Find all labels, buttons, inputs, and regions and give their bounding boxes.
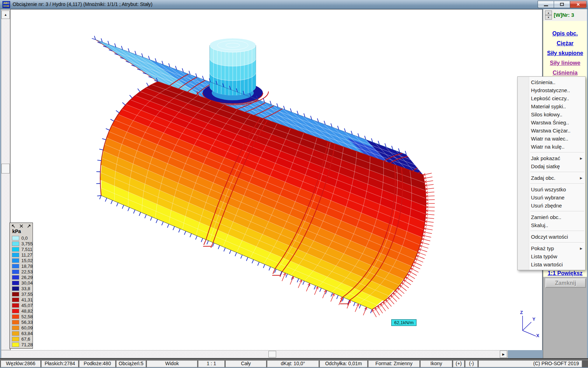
legend-close-icon[interactable] — [19, 224, 23, 228]
drawing-canvas[interactable] — [10, 9, 542, 350]
legend-value: 71,28 — [21, 342, 33, 347]
menu-item-zamień-obc[interactable]: Zamień obc.. — [518, 213, 585, 221]
legend-value: 56,33 — [21, 320, 33, 325]
menu-item-lepkość-cieczy[interactable]: Lepkość cieczy.. — [518, 94, 585, 102]
menu-item-lista-wartości[interactable]: Lista wartości — [518, 260, 585, 268]
pressure-value-label: 62,1kN/m — [391, 319, 416, 326]
menu-item-label: Wiatr na walec.. — [531, 136, 568, 142]
app-icon: ABC DANE — [2, 1, 10, 8]
legend-row: 56,33 — [10, 319, 33, 325]
menu-item-jak-pokazać[interactable]: Jak pokazać▶ — [518, 154, 585, 162]
close-panel-button[interactable]: Zamknij — [545, 278, 586, 288]
sidebar-link-opis-obc[interactable]: Opis obc. — [543, 29, 587, 39]
horizontal-scrollbar[interactable] — [1, 350, 508, 358]
menu-item-warstwa-śnieg[interactable]: Warstwa Śnieg.. — [518, 118, 585, 127]
legend-row: 48,82 — [10, 308, 33, 314]
menu-item-ciśnienia[interactable]: Ciśnienia.. — [518, 78, 585, 86]
sidebar-link-ciężar[interactable]: Ciężar — [543, 39, 587, 49]
status-cell-odchyłka-0-01m[interactable]: Odchyłka: 0,01m — [320, 360, 368, 367]
legend-swatch — [12, 326, 19, 330]
status-cell-format-zmienny[interactable]: Format: Zmienny — [368, 360, 420, 367]
legend-swatch — [12, 286, 19, 291]
menu-item-label: Lepkość cieczy.. — [531, 95, 569, 101]
legend-row: 45,07 — [10, 302, 33, 308]
legend-swatch — [12, 281, 19, 285]
legend-value: 63,84 — [21, 331, 33, 336]
status-cell-widok[interactable]: Widok — [147, 360, 197, 367]
legend-resize-icon[interactable] — [27, 224, 31, 228]
legend-swatch — [12, 314, 19, 319]
status-cell-dkąt-10-0[interactable]: dKąt: 10,0° — [267, 360, 319, 367]
application-window: { "window": { "title": "Obciążenie nr: 3… — [0, 0, 588, 368]
menu-item-dodaj-siatkę[interactable]: Dodaj siatkę — [518, 162, 585, 170]
spinner-up-button[interactable]: ▲ — [545, 11, 552, 15]
zoom-link[interactable]: 1:1 Powiększ — [543, 270, 587, 277]
menu-separator — [530, 183, 584, 184]
menu-separator — [530, 172, 584, 172]
menu-separator — [530, 242, 584, 243]
status-cell-[interactable]: (+) — [453, 360, 464, 367]
menu-item-wiatr-na-walec[interactable]: Wiatr na walec.. — [518, 135, 585, 143]
menu-item-skaluj[interactable]: Skaluj.. — [518, 221, 585, 229]
menu-item-label: Zamień obc.. — [531, 214, 561, 220]
menu-item-wiatr-na-kulę[interactable]: Wiatr na kulę.. — [518, 143, 585, 151]
submenu-arrow-icon: ▶ — [580, 155, 582, 163]
legend-row: 15,02 — [10, 258, 33, 263]
legend-swatch — [12, 309, 19, 313]
menu-item-usuń-wybrane[interactable]: Usuń wybrane — [518, 193, 585, 202]
status-cell-cały[interactable]: Cały — [225, 360, 266, 367]
menu-item-hydrostatyczne[interactable]: Hydrostatyczne.. — [518, 86, 585, 94]
menu-item-label: Warstwa Ciężar.. — [531, 128, 570, 134]
arrow-up-icon: ▲ — [4, 13, 7, 16]
maximize-icon — [560, 3, 564, 6]
menu-item-zadaj-obc[interactable]: Zadaj obc.▶ — [518, 174, 585, 182]
menu-item-materiał-sypki[interactable]: Materiał sypki.. — [518, 102, 585, 110]
legend-swatch — [12, 331, 19, 336]
menu-item-silos-kołowy[interactable]: Silos kołowy.. — [518, 110, 585, 118]
legend-value: 45,07 — [21, 303, 33, 308]
close-button[interactable]: ✕ — [570, 1, 587, 8]
axis-x-label: X — [536, 333, 539, 338]
status-cell-[interactable]: (-) — [465, 360, 478, 367]
legend-swatch — [12, 253, 19, 257]
menu-item-lista-typów[interactable]: Lista typów — [518, 252, 585, 260]
sidebar-link-siły-liniowe[interactable]: Siły liniowe — [543, 59, 587, 69]
spinner-down-button[interactable]: ▼ — [545, 15, 552, 20]
sidebar-link-siły-skupione[interactable]: Siły skupione — [543, 49, 587, 59]
legend-move-icon[interactable] — [11, 224, 15, 228]
legend-swatch — [12, 337, 19, 341]
legend-swatch — [12, 303, 19, 308]
status-cell-podłoże-480: Podłoże:480 — [79, 360, 115, 367]
submenu-arrow-icon: ▶ — [580, 174, 582, 182]
status-cell-ikony[interactable]: Ikony — [420, 360, 452, 367]
legend-row: 37,55 — [10, 291, 33, 297]
hscroll-thumb[interactable] — [268, 351, 276, 357]
scroll-right-button[interactable]: ▶ — [500, 350, 507, 358]
menu-item-usuń-zbędne[interactable]: Usuń zbędne — [518, 202, 585, 210]
maximize-button[interactable] — [554, 1, 570, 8]
vertical-scrollbar[interactable] — [1, 9, 10, 350]
legend-value: 0,0 — [21, 236, 28, 241]
status-cell-1-1[interactable]: 1 : 1 — [198, 360, 225, 367]
legend-value: 22,53 — [21, 269, 33, 274]
menu-item-odczyt-wartości[interactable]: Odczyt wartości — [518, 233, 585, 241]
menu-item-warstwa-ciężar[interactable]: Warstwa Ciężar.. — [518, 127, 585, 135]
legend-swatch — [12, 298, 19, 302]
legend-value: 37,55 — [21, 292, 33, 297]
window-titlebar[interactable]: ABC DANE Obciążenie nr: 3 / Hydro (4,117… — [0, 0, 588, 9]
legend-value: 15,02 — [21, 258, 33, 263]
vscroll-thumb[interactable] — [1, 164, 10, 173]
legend-panel: kPa 0,03,7557,51111,2715,0218,7822,5326,… — [9, 223, 33, 349]
legend-row: 71,28 — [10, 342, 33, 347]
legend-row: 3,755 — [10, 241, 33, 246]
context-menu: Ciśnienia..Hydrostatyczne..Lepkość ciecz… — [517, 76, 586, 270]
scroll-up-button[interactable]: ▲ — [1, 11, 10, 19]
status-cell-płaskich-2784: Płaskich:2784 — [41, 360, 78, 367]
menu-item-usuń-wszystko[interactable]: Usuń wszystko — [518, 185, 585, 193]
load-number-label: [W]Nr: 3 — [554, 12, 574, 18]
legend-value: 33,8 — [21, 286, 30, 291]
legend-value: 18,78 — [21, 264, 33, 269]
menu-item-pokaż-typ[interactable]: Pokaż typ▶ — [518, 244, 585, 252]
menu-separator — [530, 211, 584, 211]
minimize-button[interactable] — [538, 1, 554, 8]
